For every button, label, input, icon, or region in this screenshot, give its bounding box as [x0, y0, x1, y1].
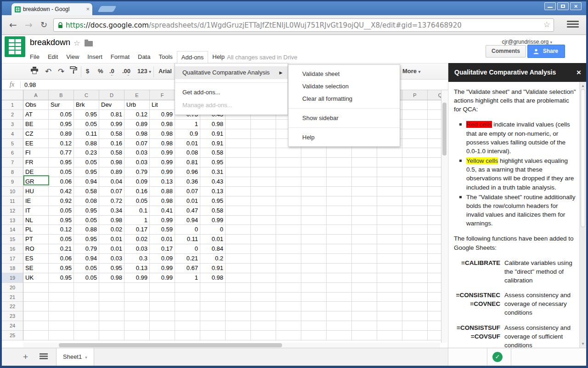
number-format-button[interactable]: 123 ▾: [137, 68, 151, 75]
cell-A12[interactable]: IT: [23, 206, 49, 216]
cell-H18[interactable]: 0.91: [200, 264, 226, 273]
cell-P14[interactable]: [402, 225, 428, 235]
cell-F22[interactable]: [150, 302, 175, 311]
cell-E3[interactable]: 0.89: [124, 120, 150, 129]
cell-O9[interactable]: [377, 177, 402, 187]
cell-L12[interactable]: [301, 206, 327, 216]
cell-M16[interactable]: [327, 244, 352, 254]
cell-M12[interactable]: [327, 206, 352, 216]
cell-I4[interactable]: [226, 129, 251, 139]
cell-O15[interactable]: [377, 235, 402, 244]
cell-G10[interactable]: 0.07: [175, 187, 200, 196]
cell-D4[interactable]: 0.58: [99, 129, 124, 139]
cell-C24[interactable]: [74, 321, 99, 331]
increase-decimal-button[interactable]: .00→: [122, 68, 130, 75]
cell-P13[interactable]: [402, 216, 428, 225]
cell-B4[interactable]: 0.89: [49, 129, 74, 139]
cell-A24[interactable]: [23, 321, 49, 331]
cell-K15[interactable]: [276, 235, 301, 244]
cell-A19[interactable]: UK: [23, 273, 49, 283]
cell-J10[interactable]: [251, 187, 276, 196]
cell-I11[interactable]: [226, 196, 251, 206]
cell-O23[interactable]: [377, 311, 402, 321]
scroll-down-icon[interactable]: ▼: [580, 342, 586, 346]
cell-B17[interactable]: 0.06: [49, 254, 74, 264]
cell-N9[interactable]: [352, 177, 377, 187]
print-button[interactable]: [28, 66, 40, 78]
cell-I17[interactable]: [226, 254, 251, 264]
cell-G12[interactable]: 0.47: [175, 206, 200, 216]
menu-item-validate-sheet[interactable]: Validate sheet: [288, 68, 400, 80]
cell-D14[interactable]: 0.02: [99, 225, 124, 235]
menu-view[interactable]: View: [62, 51, 83, 63]
sidebar-close-icon[interactable]: ×: [577, 63, 581, 82]
cell-N21[interactable]: [352, 293, 377, 302]
cell-B16[interactable]: 0.21: [49, 244, 74, 254]
cell-N20[interactable]: [352, 283, 377, 293]
column-header-P[interactable]: P: [402, 90, 428, 100]
cell-C16[interactable]: 0.79: [74, 244, 99, 254]
cell-J14[interactable]: [251, 225, 276, 235]
cell-N10[interactable]: [352, 187, 377, 196]
cell-M14[interactable]: [327, 225, 352, 235]
cell-A5[interactable]: EE: [23, 139, 49, 149]
cell-I19[interactable]: [226, 273, 251, 283]
cell-G19[interactable]: 1: [175, 273, 200, 283]
cell-O12[interactable]: [377, 206, 402, 216]
cell-B6[interactable]: 0.77: [49, 148, 74, 158]
cell-Q2[interactable]: [428, 110, 441, 120]
menu-item-get-add-ons[interactable]: Get add-ons...: [175, 86, 288, 99]
cell-A9[interactable]: GR: [23, 177, 49, 187]
cell-D10[interactable]: 0.07: [99, 187, 124, 196]
cell-K16[interactable]: [276, 244, 301, 254]
cell-C5[interactable]: 0.88: [74, 139, 99, 149]
cell-P20[interactable]: [402, 283, 428, 293]
cell-B25[interactable]: [49, 331, 74, 340]
cell-C10[interactable]: 0.58: [74, 187, 99, 196]
cell-B3[interactable]: 0.95: [49, 120, 74, 129]
cell-G6[interactable]: 0.08: [175, 148, 200, 158]
cell-J25[interactable]: [251, 331, 276, 340]
cell-A16[interactable]: RO: [23, 244, 49, 254]
row-header-6[interactable]: 6: [2, 148, 23, 158]
cell-I24[interactable]: [226, 321, 251, 331]
cell-J19[interactable]: [251, 273, 276, 283]
cell-I5[interactable]: [226, 139, 251, 149]
cell-G14[interactable]: 0: [175, 225, 200, 235]
cell-D2[interactable]: 0.81: [99, 110, 124, 120]
cell-E8[interactable]: 0.79: [124, 167, 150, 177]
cell-F20[interactable]: [150, 283, 175, 293]
cell-F23[interactable]: [150, 311, 175, 321]
cell-Q14[interactable]: [428, 225, 441, 235]
scroll-up-icon[interactable]: ▲: [580, 84, 586, 88]
cell-D7[interactable]: 0.98: [99, 158, 124, 167]
cell-D9[interactable]: 0.04: [99, 177, 124, 187]
cell-I10[interactable]: [226, 187, 251, 196]
cell-H17[interactable]: 0.2: [200, 254, 226, 264]
cell-Q8[interactable]: [428, 167, 441, 177]
cell-P2[interactable]: [402, 110, 428, 120]
cell-E5[interactable]: 0.07: [124, 139, 150, 149]
cell-B5[interactable]: 0.12: [49, 139, 74, 149]
cell-H25[interactable]: [200, 331, 226, 340]
cell-L20[interactable]: [301, 283, 327, 293]
cell-C8[interactable]: 0.95: [74, 167, 99, 177]
chrome-menu-button[interactable]: [567, 21, 579, 29]
cell-F5[interactable]: 0.98: [150, 139, 175, 149]
cell-N19[interactable]: [352, 273, 377, 283]
cell-O21[interactable]: [377, 293, 402, 302]
cell-B18[interactable]: 0.95: [49, 264, 74, 273]
cell-M6[interactable]: [327, 148, 352, 158]
cell-L7[interactable]: [301, 158, 327, 167]
cell-J5[interactable]: [251, 139, 276, 149]
cell-P18[interactable]: [402, 264, 428, 273]
cell-M23[interactable]: [327, 311, 352, 321]
cell-M8[interactable]: [327, 167, 352, 177]
vertical-scrollbar-thumb[interactable]: [442, 103, 447, 155]
cell-E1[interactable]: Urb: [124, 100, 150, 110]
row-header-11[interactable]: 11: [2, 196, 23, 206]
cell-I18[interactable]: [226, 264, 251, 273]
cell-C9[interactable]: 0.94: [74, 177, 99, 187]
cell-J8[interactable]: [251, 167, 276, 177]
cell-N18[interactable]: [352, 264, 377, 273]
